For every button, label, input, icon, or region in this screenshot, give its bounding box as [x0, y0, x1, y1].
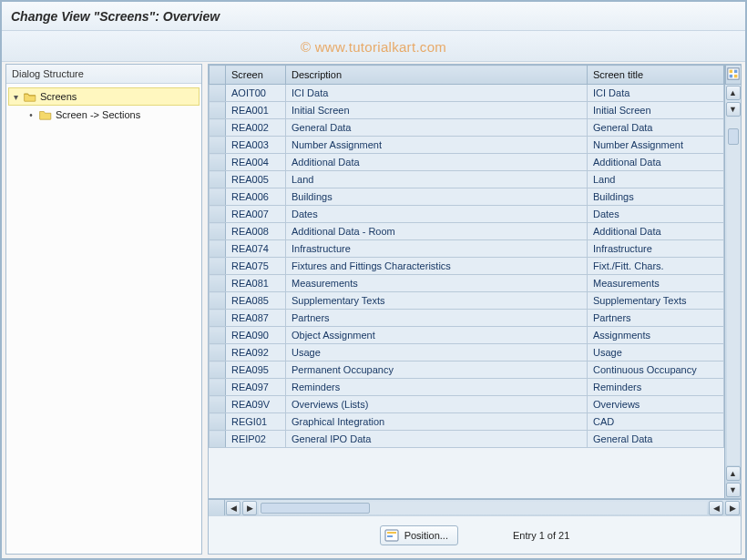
cell-screen-title[interactable]: Supplementary Texts [588, 292, 724, 310]
cell-screen[interactable]: REA081 [226, 275, 286, 292]
cell-screen[interactable]: REA097 [226, 379, 286, 396]
row-selector[interactable] [210, 102, 226, 119]
cell-screen-title[interactable]: Usage [588, 344, 724, 361]
table-row[interactable]: REA007DatesDates [210, 206, 724, 223]
table-config-button[interactable] [725, 65, 742, 85]
cell-screen[interactable]: REA09V [226, 396, 286, 413]
cell-screen[interactable]: REA092 [226, 344, 286, 361]
cell-screen[interactable]: REGI01 [226, 413, 286, 431]
table-row[interactable]: REA092UsageUsage [210, 344, 724, 361]
cell-screen-title[interactable]: Additional Data [588, 223, 724, 240]
cell-description[interactable]: Object Assignment [286, 327, 588, 344]
cell-screen[interactable]: REA075 [226, 258, 286, 275]
cell-description[interactable]: Infrastructure [286, 240, 588, 258]
cell-screen-title[interactable]: Initial Screen [588, 102, 724, 119]
row-selector[interactable] [210, 240, 226, 258]
cell-screen[interactable]: REA095 [226, 361, 286, 379]
cell-description[interactable]: Buildings [286, 188, 588, 206]
table-row[interactable]: REA074InfrastructureInfrastructure [210, 240, 724, 258]
collapse-icon[interactable]: ▾ [11, 92, 20, 102]
select-all-header[interactable] [210, 66, 226, 85]
scroll-down-step-button[interactable]: ▼ [726, 102, 741, 117]
row-selector[interactable] [210, 171, 226, 188]
table-row[interactable]: REA087PartnersPartners [210, 310, 724, 327]
cell-description[interactable]: Additional Data - Room [286, 223, 588, 240]
cell-screen[interactable]: REA085 [226, 292, 286, 310]
col-screen-title[interactable]: Screen title [588, 66, 724, 85]
cell-screen[interactable]: REA006 [226, 188, 286, 206]
row-selector[interactable] [210, 431, 226, 448]
cell-screen-title[interactable]: Fixt./Fitt. Chars. [588, 258, 724, 275]
cell-description[interactable]: Usage [286, 344, 588, 361]
table-row[interactable]: REA003Number AssignmentNumber Assignment [210, 137, 724, 154]
row-selector[interactable] [210, 413, 226, 431]
cell-screen[interactable]: REA005 [226, 171, 286, 188]
cell-screen-title[interactable]: Continuous Occupancy [588, 361, 724, 379]
cell-screen-title[interactable]: Infrastructure [588, 240, 724, 258]
cell-description[interactable]: Fixtures and Fittings Characteristics [286, 258, 588, 275]
table-row[interactable]: AOIT00ICI DataICI Data [210, 85, 724, 102]
cell-screen[interactable]: REA087 [226, 310, 286, 327]
table-row[interactable]: REA006BuildingsBuildings [210, 188, 724, 206]
row-selector[interactable] [210, 292, 226, 310]
cell-screen-title[interactable]: ICI Data [588, 85, 724, 102]
row-selector[interactable] [210, 379, 226, 396]
cell-description[interactable]: Overviews (Lists) [286, 396, 588, 413]
hscroll-thumb[interactable] [261, 503, 370, 514]
cell-screen[interactable]: REA090 [226, 327, 286, 344]
cell-screen-title[interactable]: Buildings [588, 188, 724, 206]
scroll-down-button[interactable]: ▼ [726, 483, 741, 497]
cell-screen-title[interactable]: Number Assignment [588, 137, 724, 154]
cell-screen-title[interactable]: Dates [588, 206, 724, 223]
table-row[interactable]: REA085Supplementary TextsSupplementary T… [210, 292, 724, 310]
row-selector[interactable] [210, 310, 226, 327]
scroll-up-step-button[interactable]: ▲ [726, 466, 741, 481]
cell-screen-title[interactable]: General Data [588, 431, 724, 448]
row-selector[interactable] [210, 223, 226, 240]
cell-description[interactable]: Additional Data [286, 154, 588, 171]
table-row[interactable]: REA090Object AssignmentAssignments [210, 327, 724, 344]
cell-screen-title[interactable]: Land [588, 171, 724, 188]
row-selector[interactable] [210, 85, 226, 102]
cell-description[interactable]: Land [286, 171, 588, 188]
horizontal-scrollbar[interactable]: ◀ ▶ ◀ ▶ [209, 499, 741, 515]
row-selector[interactable] [210, 137, 226, 154]
row-selector[interactable] [210, 206, 226, 223]
cell-screen-title[interactable]: CAD [588, 413, 724, 431]
cell-screen-title[interactable]: Overviews [588, 396, 724, 413]
cell-screen[interactable]: REA003 [226, 137, 286, 154]
position-button[interactable]: Position... [380, 525, 458, 545]
tree-node-screens[interactable]: ▾ Screens [8, 87, 200, 106]
table-row[interactable]: REA004Additional DataAdditional Data [210, 154, 724, 171]
cell-screen[interactable]: REA004 [226, 154, 286, 171]
cell-screen-title[interactable]: Assignments [588, 327, 724, 344]
hscroll-track[interactable] [259, 502, 707, 514]
cell-description[interactable]: Measurements [286, 275, 588, 292]
row-selector[interactable] [210, 275, 226, 292]
cell-description[interactable]: General Data [286, 119, 588, 137]
table-row[interactable]: REA001Initial ScreenInitial Screen [210, 102, 724, 119]
table-row[interactable]: REA081MeasurementsMeasurements [210, 275, 724, 292]
cell-screen[interactable]: AOIT00 [226, 85, 286, 102]
cell-description[interactable]: Partners [286, 310, 588, 327]
scroll-left-button[interactable]: ◀ [226, 501, 240, 515]
cell-screen-title[interactable]: Reminders [588, 379, 724, 396]
cell-screen-title[interactable]: General Data [588, 119, 724, 137]
scroll-left-step-button[interactable]: ◀ [709, 501, 723, 515]
table-row[interactable]: REA008Additional Data - RoomAdditional D… [210, 223, 724, 240]
table-row[interactable]: REA002General DataGeneral Data [210, 119, 724, 137]
cell-screen-title[interactable]: Partners [588, 310, 724, 327]
cell-description[interactable]: Graphical Integration [286, 413, 588, 431]
cell-description[interactable]: Reminders [286, 379, 588, 396]
cell-screen[interactable]: REA007 [226, 206, 286, 223]
table-row[interactable]: REA097RemindersReminders [210, 379, 724, 396]
col-description[interactable]: Description [286, 66, 588, 85]
table-row[interactable]: REGI01Graphical IntegrationCAD [210, 413, 724, 431]
row-selector[interactable] [210, 361, 226, 379]
cell-screen-title[interactable]: Measurements [588, 275, 724, 292]
tree-node-screen-sections[interactable]: • Screen -> Sections [25, 106, 200, 124]
table-row[interactable]: REA09VOverviews (Lists)Overviews [210, 396, 724, 413]
cell-description[interactable]: Number Assignment [286, 137, 588, 154]
vertical-scrollbar[interactable]: ▲ ▼ ▲ ▼ [724, 65, 741, 498]
cell-description[interactable]: Supplementary Texts [286, 292, 588, 310]
